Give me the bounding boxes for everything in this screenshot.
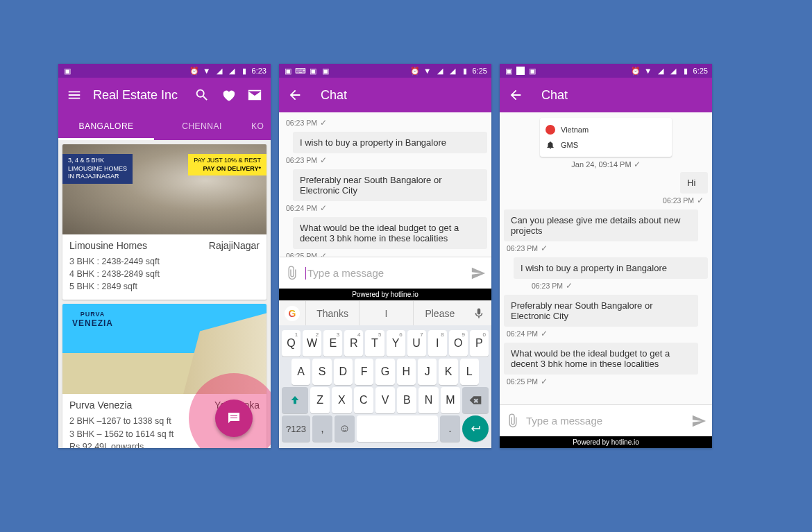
back-icon[interactable] (508, 87, 523, 103)
chat-message-list[interactable]: Vietnam GMS Jan 24, 09:14 PM ✓ Hi 06:23 … (500, 112, 712, 404)
mail-icon[interactable] (247, 87, 262, 103)
wifi-icon: ▼ (643, 66, 653, 76)
wifi-icon: ▼ (202, 66, 212, 76)
signal-icon-2: ◢ (227, 66, 237, 76)
status-time: 6:25 (693, 67, 708, 75)
powered-by: Powered by hotline.io (279, 289, 491, 300)
alarm-icon: ⏰ (189, 66, 199, 76)
key-d[interactable]: D (334, 359, 353, 385)
chat-fab[interactable] (215, 400, 253, 437)
city-tabs: BANGALORE CHENNAI KO (58, 112, 271, 140)
key-o[interactable]: O9 (449, 330, 468, 357)
key-b[interactable]: B (397, 387, 416, 413)
chat-app-bar: Chat (500, 78, 712, 112)
key-z[interactable]: Z (310, 387, 330, 413)
google-icon[interactable]: G (285, 306, 300, 321)
key-i[interactable]: I8 (428, 330, 447, 357)
back-icon[interactable] (287, 87, 303, 103)
send-icon[interactable] (471, 266, 486, 281)
status-bar: ▣ ⏰ ▼ ◢ ◢ ▮ 6:23 (58, 64, 271, 78)
message-input[interactable] (526, 415, 686, 427)
chat-message-list[interactable]: 06:23 PM✓ I wish to buy a property in Ba… (279, 112, 491, 257)
key-s[interactable]: S (312, 359, 331, 385)
key-g[interactable]: G (375, 359, 394, 385)
backspace-key[interactable] (462, 387, 489, 413)
key-n[interactable]: N (418, 387, 438, 413)
key-r[interactable]: R4 (344, 330, 363, 357)
phone-chat-keyboard: ▣ ⌨ ▣ ▣ ⏰ ▼ ◢ ◢ ▮ 6:25 Chat 06:23 PM✓ I … (279, 64, 491, 448)
key-l[interactable]: L (460, 359, 479, 385)
message-time: 06:23 PM✓ (283, 155, 487, 165)
key-q[interactable]: Q1 (282, 330, 301, 357)
key-y[interactable]: Y6 (387, 330, 405, 357)
shift-key[interactable] (282, 387, 308, 413)
tab-chennai[interactable]: CHENNAI (154, 112, 250, 140)
keyboard-status-icon: ⌨ (296, 66, 305, 76)
signal-icon: ◢ (214, 66, 224, 76)
key-j[interactable]: J (418, 359, 437, 385)
message-time: 06:23 PM✓ (504, 243, 708, 253)
key-k[interactable]: K (439, 359, 457, 385)
space-key[interactable] (357, 415, 438, 442)
bell-icon (545, 140, 555, 150)
property-card-limousine[interactable]: 3, 4 & 5 BHK LIMOUSINE HOMES IN RAJAJINA… (62, 144, 267, 300)
message-time: 06:24 PM✓ (283, 203, 487, 213)
signal-icon-2: ◢ (448, 66, 457, 76)
phone-real-estate: ▣ ⏰ ▼ ◢ ◢ ▮ 6:23 Real Estate Inc BANGALO… (58, 64, 271, 448)
emoji-key[interactable]: ☺ (335, 415, 355, 442)
property-title: Limousine Homes (69, 240, 147, 251)
message-input[interactable]: Type a message (305, 267, 465, 280)
message-time: 06:25 PM✓ (283, 251, 487, 257)
suggestion-2[interactable]: I (359, 301, 412, 325)
comma-key[interactable]: , (312, 415, 332, 442)
preview-card: Vietnam GMS (540, 118, 672, 157)
key-f[interactable]: F (355, 359, 373, 385)
status-bar: ▣ ⌨ ▣ ▣ ⏰ ▼ ◢ ◢ ▮ 6:25 (279, 64, 491, 78)
message-composer (500, 404, 712, 436)
status-time: 6:25 (473, 67, 487, 75)
heart-icon[interactable] (221, 87, 236, 103)
key-c[interactable]: C (354, 387, 373, 413)
key-m[interactable]: M (441, 387, 460, 413)
attach-icon[interactable] (285, 266, 300, 281)
key-x[interactable]: X (332, 387, 351, 413)
attach-icon[interactable] (505, 413, 521, 429)
app-bar: Real Estate Inc (58, 78, 271, 112)
status-icon: ▣ (504, 66, 514, 76)
suggestion-3[interactable]: Please (413, 301, 466, 325)
tab-bangalore[interactable]: BANGALORE (58, 112, 154, 140)
menu-icon[interactable] (67, 87, 82, 103)
message-bubble: Preferably near South Bangalore or Elect… (293, 169, 487, 201)
message-time: 06:25 PM✓ (504, 377, 708, 386)
key-a[interactable]: A (291, 359, 310, 385)
message-time: 06:23 PM✓ (283, 118, 487, 128)
key-e[interactable]: E3 (323, 330, 342, 357)
symbols-key[interactable]: ?123 (282, 415, 310, 442)
alarm-icon: ⏰ (631, 66, 641, 76)
period-key[interactable]: . (440, 415, 460, 442)
search-icon[interactable] (194, 87, 210, 103)
mic-icon[interactable] (466, 307, 491, 320)
signal-icon: ◢ (435, 66, 445, 76)
status-app-icon: ▣ (62, 66, 72, 76)
key-t[interactable]: T5 (365, 330, 384, 357)
send-icon[interactable] (691, 413, 707, 429)
key-v[interactable]: V (375, 387, 395, 413)
chat-title: Chat (314, 88, 483, 103)
keyboard-suggestions: G Thanks I Please (279, 300, 491, 325)
chat-title: Chat (534, 88, 704, 103)
message-bubble: Hi (680, 172, 708, 194)
property-details: 3 BHK : 2438-2449 sqft 4 BHK : 2438-2849… (69, 255, 260, 293)
signal-icon-2: ◢ (668, 66, 678, 76)
date-separator: Jan 24, 09:14 PM ✓ (504, 160, 708, 169)
status-icon: ▣ (527, 66, 537, 76)
key-p[interactable]: P0 (470, 330, 489, 357)
key-w[interactable]: W2 (303, 330, 321, 357)
key-h[interactable]: H (397, 359, 416, 385)
enter-key[interactable] (462, 415, 489, 442)
on-screen-keyboard: Q1W2E3R4T5Y6U7I8O9P0 ASDFGHJKL ZXCVBNM ?… (279, 325, 491, 448)
tab-kolkata-partial[interactable]: KO (250, 112, 271, 140)
status-time: 6:23 (252, 67, 267, 75)
key-u[interactable]: U7 (407, 330, 426, 357)
suggestion-1[interactable]: Thanks (305, 301, 359, 325)
